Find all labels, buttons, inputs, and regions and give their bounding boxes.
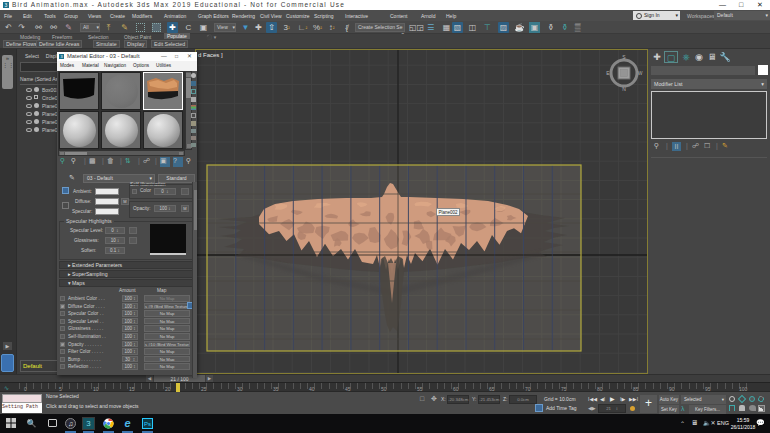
svg-text:W: W bbox=[638, 70, 643, 76]
svg-text:N: N bbox=[622, 86, 626, 92]
